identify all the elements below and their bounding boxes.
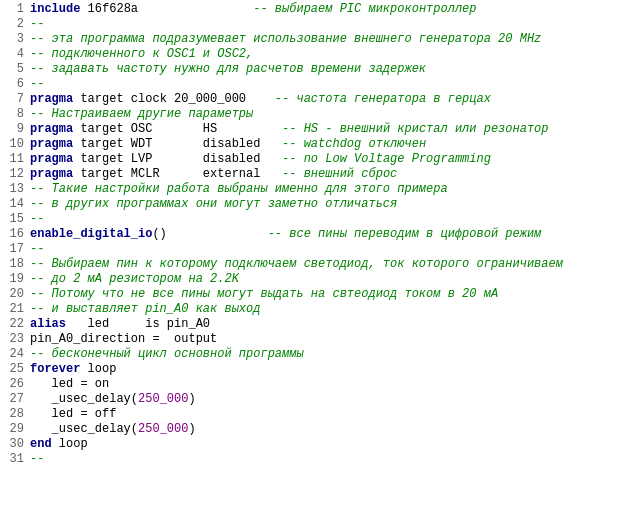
code-line: 24-- бесконечный цикл основной программы	[4, 347, 625, 362]
code-line: 5-- задавать частоту нужно для расчетов …	[4, 62, 625, 77]
line-number: 8	[4, 107, 24, 122]
line-number: 21	[4, 302, 24, 317]
line-content: pragma target OSC HS -- HS - внешний кри…	[30, 122, 625, 137]
code-line: 11pragma target LVP disabled -- no Low V…	[4, 152, 625, 167]
line-content: enable_digital_io() -- все пины переводи…	[30, 227, 625, 242]
line-content: -- Такие настройки работа выбраны именно…	[30, 182, 625, 197]
code-line: 7pragma target clock 20_000_000 -- часто…	[4, 92, 625, 107]
code-line: 21-- и выставляет pin_A0 как выход	[4, 302, 625, 317]
line-content: forever loop	[30, 362, 625, 377]
code-line: 9pragma target OSC HS -- HS - внешний кр…	[4, 122, 625, 137]
line-number: 29	[4, 422, 24, 437]
line-content: pragma target LVP disabled -- no Low Vol…	[30, 152, 625, 167]
line-content: led = off	[30, 407, 625, 422]
code-line: 18-- Выбираем пин к которому подключаем …	[4, 257, 625, 272]
line-content: pragma target WDT disabled -- watchdog о…	[30, 137, 625, 152]
line-number: 23	[4, 332, 24, 347]
line-number: 26	[4, 377, 24, 392]
line-number: 2	[4, 17, 24, 32]
line-number: 3	[4, 32, 24, 47]
line-content: pragma target MCLR external -- внешний с…	[30, 167, 625, 182]
line-number: 25	[4, 362, 24, 377]
line-number: 17	[4, 242, 24, 257]
code-line: 31--	[4, 452, 625, 467]
line-content: -- до 2 мА резистором на 2.2K	[30, 272, 625, 287]
line-content: _usec_delay(250_000)	[30, 392, 625, 407]
line-content: --	[30, 242, 625, 257]
code-line: 23pin_A0_direction = output	[4, 332, 625, 347]
line-content: -- Выбираем пин к которому подключаем св…	[30, 257, 625, 272]
code-line: 29 _usec_delay(250_000)	[4, 422, 625, 437]
line-number: 10	[4, 137, 24, 152]
line-number: 14	[4, 197, 24, 212]
line-content: --	[30, 77, 625, 92]
line-content: end loop	[30, 437, 625, 452]
line-number: 13	[4, 182, 24, 197]
line-content: -- в других программах они могут заметно…	[30, 197, 625, 212]
line-number: 12	[4, 167, 24, 182]
line-content: pin_A0_direction = output	[30, 332, 625, 347]
code-line: 12pragma target MCLR external -- внешний…	[4, 167, 625, 182]
line-content: led = on	[30, 377, 625, 392]
code-line: 28 led = off	[4, 407, 625, 422]
code-line: 15--	[4, 212, 625, 227]
code-editor: 1include 16f628a -- выбираем PIC микроко…	[0, 0, 629, 531]
code-line: 8-- Настраиваем другие параметры	[4, 107, 625, 122]
line-number: 22	[4, 317, 24, 332]
line-content: -- подключенного к OSC1 и OSC2,	[30, 47, 625, 62]
line-content: -- бесконечный цикл основной программы	[30, 347, 625, 362]
line-number: 27	[4, 392, 24, 407]
line-content: -- и выставляет pin_A0 как выход	[30, 302, 625, 317]
code-line: 13-- Такие настройки работа выбраны имен…	[4, 182, 625, 197]
line-content: alias led is pin_A0	[30, 317, 625, 332]
line-content: --	[30, 17, 625, 32]
line-content: _usec_delay(250_000)	[30, 422, 625, 437]
line-content: --	[30, 212, 625, 227]
line-number: 5	[4, 62, 24, 77]
line-content: -- задавать частоту нужно для расчетов в…	[30, 62, 625, 77]
line-number: 15	[4, 212, 24, 227]
line-number: 9	[4, 122, 24, 137]
code-line: 2--	[4, 17, 625, 32]
code-line: 3-- эта программа подразумевает использо…	[4, 32, 625, 47]
code-line: 22alias led is pin_A0	[4, 317, 625, 332]
line-number: 30	[4, 437, 24, 452]
code-line: 20-- Потому что не все пины могут выдать…	[4, 287, 625, 302]
code-line: 26 led = on	[4, 377, 625, 392]
line-number: 28	[4, 407, 24, 422]
line-content: -- Потому что не все пины могут выдать н…	[30, 287, 625, 302]
line-number: 20	[4, 287, 24, 302]
line-number: 19	[4, 272, 24, 287]
line-number: 1	[4, 2, 24, 17]
code-line: 27 _usec_delay(250_000)	[4, 392, 625, 407]
line-number: 11	[4, 152, 24, 167]
line-content: --	[30, 452, 625, 467]
line-content: pragma target clock 20_000_000 -- частот…	[30, 92, 625, 107]
code-line: 4-- подключенного к OSC1 и OSC2,	[4, 47, 625, 62]
code-line: 1include 16f628a -- выбираем PIC микроко…	[4, 2, 625, 17]
code-line: 30end loop	[4, 437, 625, 452]
line-number: 18	[4, 257, 24, 272]
line-content: -- Настраиваем другие параметры	[30, 107, 625, 122]
line-number: 16	[4, 227, 24, 242]
line-number: 4	[4, 47, 24, 62]
code-line: 25forever loop	[4, 362, 625, 377]
line-number: 24	[4, 347, 24, 362]
code-line: 19-- до 2 мА резистором на 2.2K	[4, 272, 625, 287]
line-number: 7	[4, 92, 24, 107]
line-content: -- эта программа подразумевает использов…	[30, 32, 625, 47]
line-number: 31	[4, 452, 24, 467]
line-number: 6	[4, 77, 24, 92]
code-line: 14-- в других программах они могут замет…	[4, 197, 625, 212]
code-line: 16enable_digital_io() -- все пины перево…	[4, 227, 625, 242]
code-line: 10pragma target WDT disabled -- watchdog…	[4, 137, 625, 152]
code-line: 6--	[4, 77, 625, 92]
line-content: include 16f628a -- выбираем PIC микрокон…	[30, 2, 625, 17]
code-line: 17--	[4, 242, 625, 257]
